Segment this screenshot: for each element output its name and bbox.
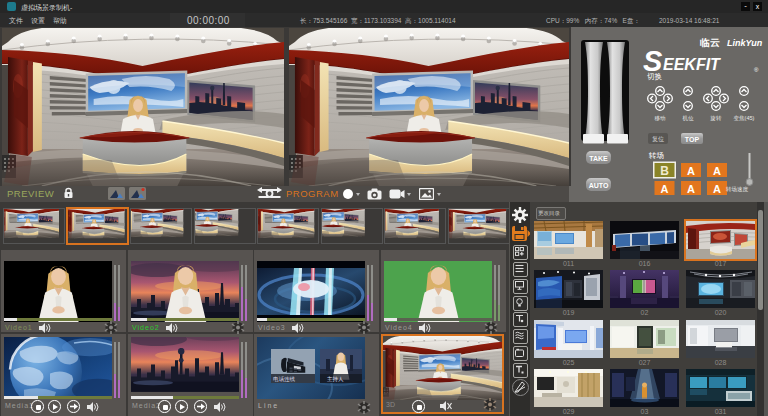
svg-text:A: A (713, 165, 721, 177)
svg-text:LinkYun: LinkYun (727, 38, 763, 48)
svg-text:A: A (687, 165, 695, 177)
svg-text:转场速度: 转场速度 (726, 186, 749, 193)
svg-text:B: B (660, 164, 669, 178)
svg-text:A: A (713, 183, 721, 195)
svg-text:移动: 移动 (655, 115, 667, 122)
svg-text:TAKE: TAKE (589, 155, 608, 162)
svg-text:临云: 临云 (700, 37, 720, 48)
svg-text:变焦(45): 变焦(45) (734, 115, 755, 122)
svg-text:切换: 切换 (647, 72, 663, 81)
svg-text:机位: 机位 (683, 115, 695, 122)
svg-text:EEKFIT: EEKFIT (663, 56, 721, 73)
svg-text:复位: 复位 (652, 136, 664, 143)
svg-text:转场: 转场 (648, 151, 664, 160)
svg-text:A: A (661, 183, 669, 195)
svg-text:TOP: TOP (685, 136, 700, 143)
svg-text:旋转: 旋转 (710, 115, 723, 122)
svg-text:®: ® (754, 67, 759, 73)
svg-text:AUTO: AUTO (589, 182, 609, 189)
svg-text:A: A (687, 183, 695, 195)
